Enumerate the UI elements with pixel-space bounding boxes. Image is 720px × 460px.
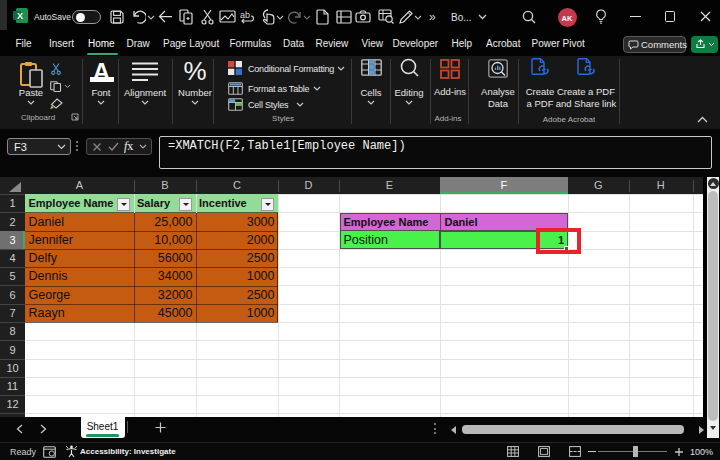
svg-text:ab: ab [240,10,250,20]
svg-text:X: X [17,11,23,21]
